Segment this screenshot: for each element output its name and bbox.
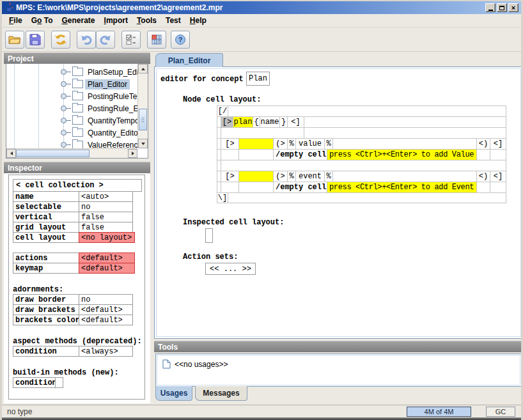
horizontal-scroll-thumb[interactable] [16, 150, 90, 157]
collapse-handle-icon[interactable] [61, 118, 66, 123]
menu-help[interactable]: Help [185, 15, 211, 26]
empty-cell[interactable] [490, 149, 506, 160]
memory-indicator[interactable]: 4M of 4M [407, 407, 471, 417]
action-sets-cell[interactable]: << ... >> [205, 263, 256, 275]
empty-cell[interactable] [221, 149, 238, 160]
empty-cell[interactable] [228, 105, 506, 116]
empty-cell[interactable] [221, 160, 506, 171]
scroll-right-button[interactable] [128, 149, 137, 158]
prop-value[interactable] [55, 377, 63, 388]
minimize-button[interactable] [485, 3, 496, 12]
lparen-cell[interactable]: (> [273, 138, 287, 149]
empty-cell[interactable] [238, 182, 273, 192]
menu-import[interactable]: Import [100, 15, 132, 26]
prop-value[interactable]: no [79, 294, 133, 305]
event-word-cell[interactable]: event [295, 171, 324, 182]
empty-cell[interactable] [221, 182, 238, 192]
empty-cell[interactable] [332, 138, 476, 149]
concept-name-cell[interactable]: Plan [246, 72, 270, 86]
lbrace-cell[interactable]: { [253, 116, 260, 127]
add-event-hint-cell[interactable]: press <Ctrl>+<Enter> to add Event [327, 182, 476, 192]
percent-cell[interactable]: % [287, 171, 295, 182]
close-button[interactable]: × [508, 3, 519, 12]
plan-close-cell[interactable]: <] [287, 116, 304, 127]
tab-plan-editor[interactable]: Plan_Editor [155, 53, 223, 67]
close-list-cell[interactable]: \] [217, 192, 228, 203]
value-error-cell[interactable] [238, 138, 273, 149]
prop-value[interactable]: no [79, 201, 133, 212]
name-cell[interactable]: name [260, 116, 279, 127]
scroll-left-button[interactable] [6, 149, 16, 158]
rbrace-cell[interactable]: } [279, 116, 287, 127]
prop-value[interactable]: false [79, 222, 133, 233]
inspected-cell[interactable] [205, 228, 213, 243]
prop-value[interactable]: false [79, 212, 133, 222]
empty-cell[interactable] [490, 182, 506, 192]
vertical-scroll-thumb[interactable] [139, 109, 147, 130]
menu-test[interactable]: Test [161, 15, 185, 26]
gc-button[interactable]: GC [486, 407, 515, 417]
prop-value[interactable]: <default> [79, 304, 133, 315]
tree-vertical-scrollbar[interactable] [137, 64, 148, 148]
reload-model-button[interactable] [51, 31, 70, 49]
event-error-cell[interactable] [238, 171, 273, 182]
empty-cell[interactable] [221, 127, 304, 138]
empty-cell[interactable] [304, 116, 506, 127]
scroll-down-button[interactable] [138, 139, 148, 148]
percent-cell[interactable]: % [287, 138, 295, 149]
plan-open-cell-selected[interactable]: [> [221, 116, 233, 127]
event-open-cell[interactable]: [> [221, 171, 238, 182]
rparen-cell[interactable]: <) [476, 138, 490, 149]
prop-value-error[interactable]: <no layout> [79, 232, 135, 243]
empty-cell[interactable] [228, 192, 506, 203]
cell-collection-title[interactable]: < cell collection > [13, 179, 142, 192]
help-button[interactable]: ? [171, 31, 190, 49]
title-bar[interactable]: MPS: E:\work\MPS\projects\agreement2\agr… [2, 1, 521, 14]
tree-item-plan-editor[interactable]: Plan_Editor [6, 78, 137, 90]
collapse-handle-icon[interactable] [61, 81, 66, 87]
generate-model-button[interactable]: 1 1 0 [147, 31, 166, 49]
tree-item-postingruletemp[interactable]: PostingRuleTemp [6, 90, 137, 102]
collapse-handle-icon[interactable] [61, 105, 66, 111]
prop-value-error[interactable]: <default> [79, 253, 135, 263]
tree-item-valuereference[interactable]: ValueReference_ [6, 139, 137, 148]
value-close-cell[interactable]: <] [490, 138, 506, 149]
save-button[interactable] [26, 31, 45, 49]
prop-value[interactable]: <always> [79, 346, 133, 357]
event-close-cell[interactable]: <] [490, 171, 506, 182]
collapse-handle-icon[interactable] [61, 130, 66, 136]
tab-messages[interactable]: Messages [195, 386, 247, 401]
empty-cell[interactable] [238, 149, 273, 160]
usages-root-node[interactable]: <<no usages>> [162, 359, 228, 369]
redo-button[interactable] [96, 31, 115, 49]
empty-cell[interactable] [476, 149, 490, 160]
empty-cell[interactable] [332, 171, 476, 182]
value-word-cell[interactable]: value [295, 138, 324, 149]
value-open-cell[interactable]: [> [221, 138, 238, 149]
collapse-handle-icon[interactable] [61, 142, 66, 148]
collapse-handle-icon[interactable] [61, 69, 66, 75]
add-value-hint-cell[interactable]: press <Ctrl>+<Enter> to add Value [327, 149, 476, 160]
tree-item-quantitytempor[interactable]: QuantityTempor [6, 114, 137, 127]
menu-generate[interactable]: Generate [57, 15, 99, 26]
menu-go-to[interactable]: Go To [27, 15, 58, 26]
collapse-handle-icon[interactable] [61, 93, 66, 99]
tree-item-quantity-editor[interactable]: Quantity_Editor [6, 127, 137, 139]
empty-cell[interactable] [476, 182, 490, 192]
lparen-cell[interactable]: (> [273, 171, 287, 182]
menu-tools[interactable]: Tools [132, 15, 161, 26]
rparen-cell[interactable]: <) [476, 171, 490, 182]
percent-cell[interactable]: % [324, 171, 332, 182]
tree-item-postingrule-editor[interactable]: PostingRule_Edit [6, 102, 137, 114]
tab-usages[interactable]: Usages [155, 386, 192, 401]
open-list-cell[interactable]: [/ [217, 105, 228, 116]
editor-options-button[interactable] [121, 31, 141, 49]
prop-value[interactable]: <auto> [79, 191, 133, 202]
scroll-up-button[interactable] [138, 64, 148, 74]
plan-word-cell[interactable]: plan [233, 116, 253, 127]
tree-horizontal-scrollbar[interactable] [6, 148, 137, 158]
maximize-button[interactable] [497, 3, 507, 12]
prop-value[interactable]: <default> [79, 315, 133, 325]
tree-item-plansetup-editor[interactable]: PlanSetup_Edito [6, 66, 137, 78]
percent-cell[interactable]: % [324, 138, 332, 149]
